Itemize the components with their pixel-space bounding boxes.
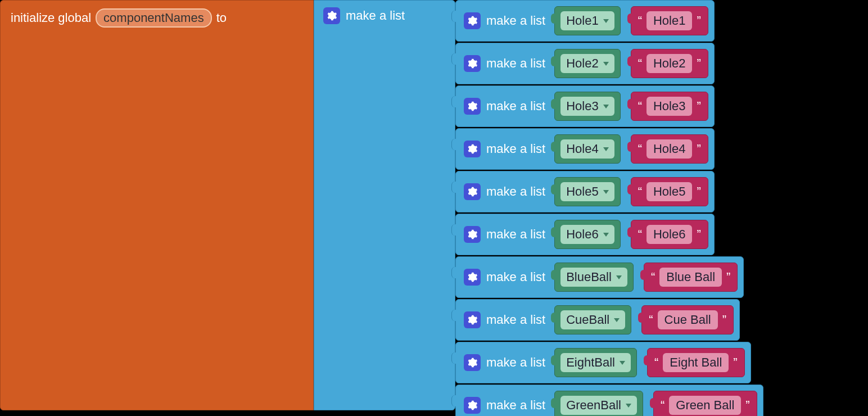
component-name: GreenBall [566, 398, 621, 413]
component-dropdown[interactable]: Hole1 [560, 11, 614, 30]
open-quote: “ [638, 227, 642, 242]
list-item: make a listCueBall“Cue Ball” [455, 299, 763, 341]
chevron-down-icon [614, 318, 620, 322]
gear-icon[interactable] [464, 55, 481, 72]
text-block[interactable]: “Hole3” [631, 92, 708, 121]
component-dropdown[interactable]: Hole3 [560, 97, 614, 116]
gear-icon[interactable] [323, 7, 340, 24]
outer-make-a-list-block[interactable]: make a list [314, 0, 455, 410]
component-dropdown[interactable]: Hole4 [560, 139, 614, 159]
inner-make-a-list-block[interactable]: make a listHole5“Hole5” [455, 171, 715, 212]
gear-icon[interactable] [464, 226, 481, 243]
component-name: CueBall [566, 313, 609, 327]
component-block[interactable]: GreenBall [554, 391, 643, 416]
gear-icon[interactable] [464, 141, 481, 157]
component-dropdown[interactable]: Hole2 [560, 54, 614, 73]
inner-make-a-list-block[interactable]: make a listBlueBall“Blue Ball” [455, 256, 744, 298]
text-block[interactable]: “Blue Ball” [644, 263, 738, 292]
text-value-field[interactable]: Hole6 [647, 225, 692, 244]
text-block[interactable]: “Green Ball” [653, 391, 757, 416]
component-name: Hole1 [566, 13, 598, 28]
component-dropdown[interactable]: BlueBall [560, 268, 627, 287]
gear-icon[interactable] [464, 311, 481, 328]
component-dropdown[interactable]: EightBall [560, 353, 631, 372]
text-value-field[interactable]: Hole3 [647, 97, 692, 116]
inner-list-label: make a list [486, 313, 545, 327]
component-block[interactable]: EightBall [554, 348, 637, 377]
inner-make-a-list-block[interactable]: make a listHole2“Hole2” [455, 43, 715, 84]
text-value-field[interactable]: Hole4 [647, 139, 692, 159]
inner-list-label: make a list [486, 142, 545, 156]
close-quote: ” [697, 56, 700, 71]
text-value-field[interactable]: Green Ball [669, 396, 741, 415]
text-value-field[interactable]: Eight Ball [663, 353, 729, 372]
text-block[interactable]: “Cue Ball” [641, 305, 734, 334]
component-dropdown[interactable]: GreenBall [560, 396, 637, 415]
text-block[interactable]: “Hole1” [631, 6, 708, 35]
init-header: initialize global componentNames to [11, 8, 308, 28]
chevron-down-icon [616, 275, 622, 279]
component-dropdown[interactable]: Hole5 [560, 182, 614, 201]
inner-make-a-list-block[interactable]: make a listHole4“Hole4” [455, 128, 715, 170]
close-quote: ” [697, 13, 700, 28]
inner-make-a-list-block[interactable]: make a listEightBall“Eight Ball” [455, 342, 751, 383]
variable-name-field[interactable]: componentNames [96, 8, 212, 28]
outer-list-label: make a list [346, 8, 405, 23]
text-block[interactable]: “Eight Ball” [647, 348, 745, 377]
gear-icon[interactable] [464, 183, 481, 200]
chevron-down-icon [603, 147, 609, 151]
text-block[interactable]: “Hole2” [631, 49, 708, 78]
text-value-field[interactable]: Cue Ball [658, 310, 718, 329]
text-block[interactable]: “Hole6” [631, 220, 708, 249]
component-dropdown[interactable]: CueBall [560, 310, 625, 329]
open-quote: “ [638, 99, 642, 114]
component-block[interactable]: Hole4 [554, 134, 620, 164]
gear-icon[interactable] [464, 269, 481, 286]
gear-icon[interactable] [464, 397, 481, 414]
inner-make-a-list-block[interactable]: make a listHole3“Hole3” [455, 85, 715, 127]
list-item: make a listHole4“Hole4” [455, 128, 763, 170]
component-block[interactable]: Hole5 [554, 177, 620, 206]
text-block[interactable]: “Hole4” [631, 134, 708, 164]
inner-list-label: make a list [486, 398, 545, 413]
component-block[interactable]: Hole6 [554, 220, 620, 249]
close-quote: ” [697, 99, 700, 114]
text-value-field[interactable]: Hole5 [647, 182, 692, 201]
inner-list-label: make a list [486, 13, 545, 28]
text-value-field[interactable]: Blue Ball [659, 268, 722, 287]
close-quote: ” [697, 142, 700, 156]
inner-list-label: make a list [486, 184, 545, 199]
component-block[interactable]: Hole2 [554, 49, 620, 78]
gear-icon[interactable] [464, 12, 481, 29]
list-item: make a listHole5“Hole5” [455, 171, 763, 212]
gear-icon[interactable] [464, 354, 481, 371]
open-quote: “ [654, 355, 658, 370]
open-quote: “ [638, 13, 642, 28]
init-suffix: to [216, 11, 227, 25]
component-dropdown[interactable]: Hole6 [560, 225, 614, 244]
component-name: Hole5 [566, 184, 598, 199]
chevron-down-icon [626, 404, 631, 408]
inner-make-a-list-block[interactable]: make a listHole6“Hole6” [455, 214, 715, 255]
inner-make-a-list-block[interactable]: make a listGreenBall“Green Ball” [455, 385, 763, 416]
inner-list-label: make a list [486, 355, 545, 370]
component-block[interactable]: CueBall [554, 305, 631, 334]
inner-list-label: make a list [486, 99, 545, 114]
inner-make-a-list-block[interactable]: make a listCueBall“Cue Ball” [455, 299, 740, 341]
component-block[interactable]: BlueBall [554, 263, 634, 292]
init-prefix: initialize global [11, 11, 91, 25]
component-name: Hole3 [566, 99, 598, 114]
text-value-field[interactable]: Hole2 [647, 54, 692, 73]
component-block[interactable]: Hole1 [554, 6, 620, 35]
gear-icon[interactable] [464, 98, 481, 115]
close-quote: ” [745, 398, 749, 413]
inner-make-a-list-block[interactable]: make a listHole1“Hole1” [455, 0, 715, 42]
component-name: Hole6 [566, 227, 598, 242]
close-quote: ” [697, 184, 700, 199]
inner-list-rows: make a listHole1“Hole1”make a listHole2“… [455, 0, 763, 416]
text-block[interactable]: “Hole5” [631, 177, 708, 206]
text-value-field[interactable]: Hole1 [647, 11, 692, 30]
component-block[interactable]: Hole3 [554, 92, 620, 121]
open-quote: “ [638, 142, 642, 156]
initialize-global-block[interactable]: initialize global componentNames to [0, 0, 314, 410]
